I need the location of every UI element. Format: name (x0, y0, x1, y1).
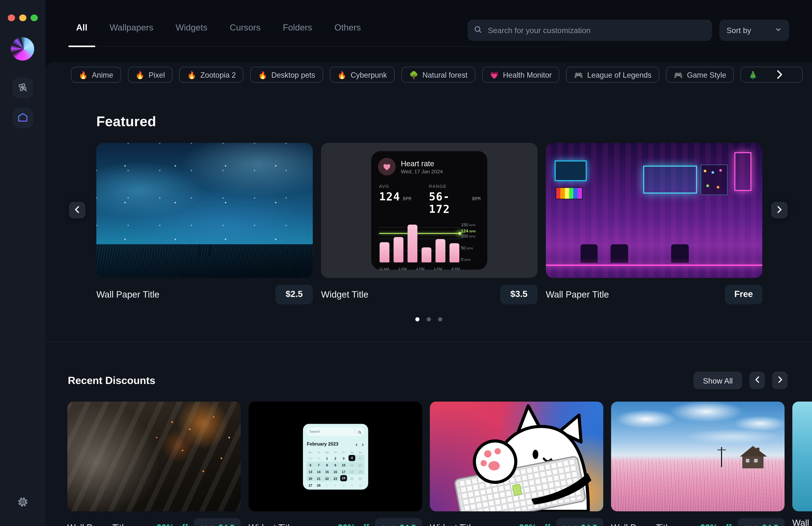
chart-bar (436, 239, 446, 262)
carousel-dot[interactable] (438, 317, 442, 321)
silhouette-figure (198, 247, 201, 255)
discounts-prev-button[interactable] (749, 372, 765, 389)
tab-cursors[interactable]: Cursors (230, 23, 261, 46)
chip-label: League of Legends (587, 71, 651, 79)
discount-badge: 20% off (156, 523, 188, 526)
new-price: $4.5 (218, 523, 234, 526)
search-icon (358, 427, 361, 436)
wallpaper-teal-thumbnail[interactable] (792, 402, 812, 511)
price-badge: Free (725, 285, 762, 304)
wallpaper-dragon-thumbnail[interactable] (68, 402, 241, 511)
pinwheel-icon (17, 81, 29, 95)
chip-emoji-icon: 🎮 (674, 71, 683, 79)
close-window-button[interactable] (8, 14, 15, 21)
neon-decoration (611, 244, 628, 263)
calendar-day: 17 (339, 468, 348, 475)
app-window: AllWallpapersWidgetsCursorsFoldersOthers… (0, 0, 812, 526)
gear-icon (17, 502, 29, 510)
old-price: $6.5 (200, 523, 215, 526)
search-input[interactable] (487, 25, 706, 35)
calendar-day: 2 (331, 482, 339, 489)
widget-title: Heart rate (401, 159, 443, 167)
calendar-day: 5 (356, 482, 364, 489)
carousel-dots (105, 317, 753, 321)
chip-health-monitor[interactable]: 💗Health Monitor (482, 67, 560, 83)
featured-card-wallpaper-pixel: Wall Paper Title Free (546, 143, 762, 304)
calendar-day: 26 (356, 475, 364, 482)
bongo-cat-illustration (430, 402, 603, 511)
weekday-label: Su (356, 451, 364, 454)
chip-label: Desktop pets (271, 71, 315, 79)
card-title: Widget Title (430, 523, 476, 526)
sort-by-label: Sort by (727, 26, 751, 35)
calendar-day: 8 (323, 462, 331, 468)
calendar-day: 19 (356, 468, 364, 475)
app-logo (11, 37, 34, 61)
widget-date: Wed, 17 Jan 2024 (401, 168, 443, 174)
calendar-day: 31 (315, 455, 323, 462)
wallpaper-night-thumbnail[interactable] (96, 143, 313, 278)
neon-decoration (546, 264, 762, 266)
calendar-day: 5 (356, 455, 364, 462)
calendar-day: 28 (315, 482, 323, 489)
chip-zootopia-2[interactable]: 🔥Zootopia 2 (179, 67, 244, 83)
sidebar-item-store[interactable] (13, 78, 33, 98)
calendar-day: 18 (348, 468, 356, 475)
discounts-next-button[interactable] (772, 372, 788, 389)
featured-card-wallpaper-night: Wall Paper Title $2.5 (96, 143, 313, 304)
featured-section-title: Featured (96, 114, 156, 130)
calendar-day: 22 (323, 475, 331, 482)
tab-others[interactable]: Others (334, 23, 361, 46)
wallpaper-pixel-thumbnail[interactable] (546, 143, 762, 278)
chevron-right-icon (775, 74, 784, 81)
tab-wallpapers[interactable]: Wallpapers (110, 23, 153, 46)
carousel-dot[interactable] (426, 317, 431, 321)
card-title: Wall Paper Title (792, 518, 812, 526)
sidebar-item-home[interactable] (13, 108, 33, 128)
chevron-right-icon (777, 376, 783, 385)
wallpaper-pink-field-thumbnail[interactable] (611, 402, 784, 511)
chip-anime[interactable]: 🔥Anime (71, 67, 121, 83)
carousel-dot[interactable] (415, 317, 420, 321)
chip-pixel[interactable]: 🔥Pixel (128, 67, 173, 83)
calendar-search-bar: Search (306, 427, 364, 435)
chip-natural-forest[interactable]: 🌳Natural forest (402, 67, 475, 83)
chip-cyberpunk[interactable]: 🔥Cyberpunk (330, 67, 395, 83)
chip-label: Health Monitor (503, 71, 552, 79)
new-price: $4.5 (762, 523, 778, 526)
chip-emoji-icon: 🌳 (409, 71, 418, 79)
show-all-button[interactable]: Show All (694, 372, 742, 389)
calendar-weekdays: MoTuWeThFrSaSu (306, 451, 364, 454)
window-controls (8, 14, 38, 21)
main-area: AllWallpapersWidgetsCursorsFoldersOthers… (46, 0, 812, 526)
calendar-day: 13 (306, 468, 315, 475)
chip-emoji-icon: 🔥 (187, 71, 196, 79)
avg-value: 124 (379, 191, 400, 203)
minimize-window-button[interactable] (19, 14, 27, 21)
zoom-window-button[interactable] (30, 14, 38, 21)
tab-folders[interactable]: Folders (283, 23, 312, 46)
discount-card-bongo-cat: Widget Title 20% off $6.5 $4.5 (430, 402, 603, 526)
heart-widget-thumbnail[interactable]: Heart rate Wed, 17 Jan 2024 AVG 124BPM (321, 143, 538, 278)
chip-emoji-icon: 🎮 (574, 71, 583, 79)
calendar-day: 7 (315, 462, 323, 468)
calendar-day: 6 (306, 462, 315, 468)
chip-league-of-legends[interactable]: 🎮League of Legends (566, 67, 659, 83)
carousel-prev-button[interactable] (69, 202, 85, 219)
calendar-day: 14 (315, 468, 323, 475)
calendar-day: 16 (331, 468, 339, 475)
tab-all[interactable]: All (76, 23, 87, 46)
calendar-day: 21 (315, 475, 323, 482)
neon-decoration (734, 152, 752, 191)
tab-widgets[interactable]: Widgets (176, 23, 207, 46)
chip-desktop-pets[interactable]: 🔥Desktop pets (250, 67, 323, 83)
carousel-next-button[interactable] (771, 202, 788, 219)
chart-bar (449, 243, 459, 262)
chip-game-style[interactable]: 🎮Game Style (666, 67, 734, 83)
sort-by-dropdown[interactable]: Sort by (719, 20, 789, 41)
calendar-widget-thumbnail[interactable]: Search February 2023 (249, 402, 422, 511)
settings-button[interactable] (17, 496, 29, 508)
chips-scroll-right-button[interactable] (771, 67, 785, 83)
discount-card-partial: Wall Paper Title (792, 402, 812, 526)
bongo-cat-thumbnail[interactable] (430, 402, 603, 511)
